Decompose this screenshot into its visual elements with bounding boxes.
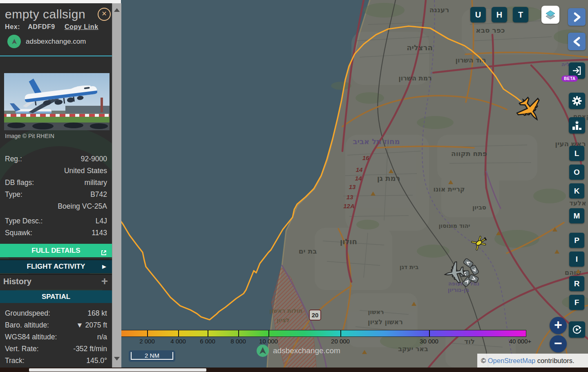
collapse-panel-button[interactable]: [568, 33, 586, 50]
aircraft-details: Reg.:92-9000United StatesDB flags:milita…: [5, 153, 107, 239]
sidebar-scrollbar[interactable]: [112, 3, 121, 368]
adsbexchange-link[interactable]: adsbexchange.com: [7, 35, 86, 48]
layers-icon: [544, 9, 557, 21]
callsign-title: empty callsign: [5, 7, 85, 21]
history-label: History: [3, 277, 31, 286]
filter-button-K[interactable]: K: [569, 183, 584, 198]
data-row: Type Desc.:L4J: [5, 215, 107, 227]
divider: [0, 56, 112, 56]
chevron-right-icon: [572, 11, 582, 23]
data-row: DB flags:military: [5, 177, 107, 189]
filter-button-I[interactable]: I: [569, 252, 584, 267]
adsbexchange-logo-icon: [7, 35, 21, 48]
bottom-strip: [0, 368, 588, 372]
flight-activity-button[interactable]: FLIGHT ACTIVITY▶: [0, 259, 112, 273]
chevron-right-icon: ▶: [102, 260, 106, 273]
zoom-in-button[interactable]: +: [550, 317, 567, 334]
login-icon: [572, 65, 582, 76]
replay-icon: [571, 324, 583, 335]
data-row: Vert. Rate:-352 ft/min: [5, 343, 107, 355]
replay-button[interactable]: [569, 321, 585, 338]
leaderboard-button[interactable]: [569, 117, 585, 134]
data-row: Baro. altitude:▼ 2075 ft: [5, 319, 107, 331]
scroll-down-icon[interactable]: [114, 357, 120, 361]
filter-button-O[interactable]: O: [569, 165, 584, 180]
data-row: Reg.:92-9000: [5, 153, 107, 165]
close-icon[interactable]: ✕: [98, 8, 111, 21]
aircraft-photo[interactable]: [4, 73, 110, 130]
zoom-out-button[interactable]: −: [550, 335, 567, 352]
spatial-section-header[interactable]: SPATIAL: [0, 290, 112, 303]
filter-button-R[interactable]: R: [569, 276, 584, 291]
photo-credit: Image © Pit RHEIN: [5, 133, 54, 139]
map[interactable]: 20 רעננהכפר סבאהרצליההוד השרוןרמת השרוןג…: [121, 0, 588, 372]
horizontal-scrollbar[interactable]: [29, 368, 206, 372]
gear-icon: [571, 95, 583, 107]
leaderboard-icon: [571, 120, 583, 131]
map-button-H[interactable]: H: [492, 7, 507, 22]
scroll-up-icon[interactable]: [114, 8, 120, 12]
history-add-button[interactable]: +: [101, 275, 108, 288]
full-details-button[interactable]: FULL DETAILS: [0, 244, 112, 257]
filter-button-M[interactable]: M: [569, 208, 584, 223]
hex-value: ADFDF9: [28, 23, 55, 30]
data-row: WGS84 altitude:n/a: [5, 331, 107, 343]
beta-badge: BETA: [561, 76, 578, 82]
map-button-T[interactable]: T: [513, 7, 528, 22]
expand-panel-button[interactable]: [568, 8, 586, 26]
data-row: Track:145.0°: [5, 355, 107, 367]
scale-label: 2 NM: [129, 352, 175, 359]
map-scale: 2 NM: [129, 350, 175, 362]
top-strip: [0, 0, 121, 3]
data-row: Type:B742: [5, 189, 107, 200]
map-attribution: © OpenStreetMap contributors.: [477, 354, 588, 368]
data-row: Boeing VC-25A: [5, 200, 107, 212]
external-link-icon: [101, 247, 107, 261]
filter-button-L[interactable]: L: [569, 146, 584, 161]
settings-button[interactable]: [569, 93, 585, 109]
hex-label: Hex:: [5, 23, 20, 30]
history-section: History +: [0, 274, 112, 290]
aircraft-info-panel: empty callsign ✕ Hex: ADFDF9 Copy Link a…: [0, 3, 112, 368]
data-row: Squawk:1143: [5, 227, 107, 239]
layers-button[interactable]: [541, 6, 559, 24]
data-row: Groundspeed:168 kt: [5, 307, 107, 319]
chevron-left-icon: [572, 36, 582, 47]
filter-button-F[interactable]: F: [569, 295, 584, 310]
copy-link[interactable]: Copy Link: [65, 23, 98, 30]
data-row: United States: [5, 165, 107, 177]
map-button-U[interactable]: U: [470, 7, 486, 22]
site-label: adsbexchange.com: [26, 38, 86, 46]
openstreetmap-link[interactable]: OpenStreetMap: [488, 357, 535, 364]
spatial-data: Groundspeed:168 ktBaro. altitude:▼ 2075 …: [5, 307, 107, 367]
hex-row: Hex: ADFDF9 Copy Link: [5, 23, 98, 31]
filter-button-P[interactable]: P: [569, 233, 584, 248]
